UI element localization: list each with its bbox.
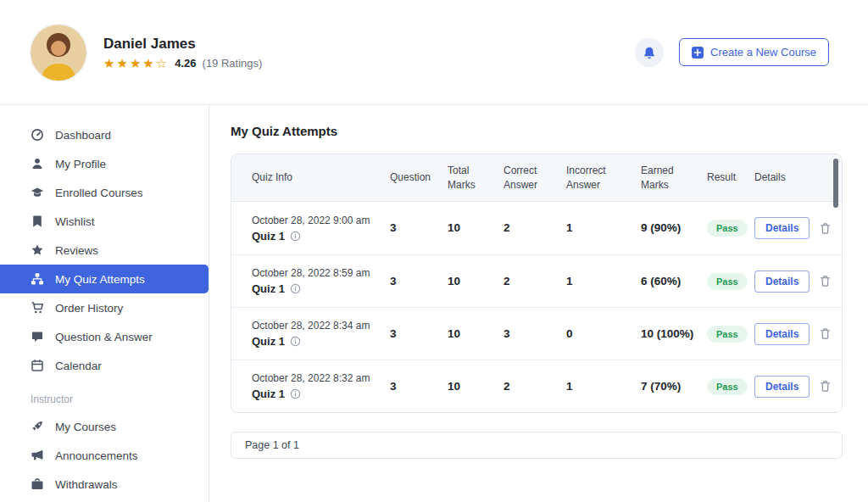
quiz-date: October 28, 2022 8:34 am [252, 320, 380, 332]
rating-row: ★★★★☆ 4.26 (19 Ratings) [103, 57, 262, 70]
trash-icon[interactable] [819, 380, 832, 393]
quiz-date: October 28, 2022 8:32 am [252, 372, 380, 384]
incorrect-answer: 1 [566, 379, 641, 394]
details-button[interactable]: Details [754, 217, 810, 239]
order-history-icon [31, 301, 44, 315]
sidebar-item-label: Enrolled Courses [55, 187, 143, 199]
quiz-info-cell: October 28, 2022 8:34 am Quiz 1 [252, 320, 390, 348]
quiz-date: October 28, 2022 8:59 am [252, 267, 380, 279]
quiz-info-cell: October 28, 2022 8:59 am Quiz 1 [252, 267, 390, 295]
sidebar-item-label: Dashboard [55, 129, 111, 142]
incorrect-answer: 1 [566, 274, 641, 289]
result-cell: Pass [707, 220, 754, 237]
avatar[interactable] [31, 25, 86, 81]
my-courses-icon [31, 420, 44, 433]
correct-answer: 2 [504, 379, 566, 394]
dashboard-icon [31, 128, 44, 142]
column-header: Quiz Info [252, 170, 390, 184]
sidebar-item-question-answer[interactable]: Question & Answer [0, 322, 209, 351]
rating-count: (19 Ratings) [203, 57, 263, 70]
reviews-icon [31, 243, 44, 257]
profile-icon [31, 157, 44, 170]
total-marks: 10 [448, 274, 504, 289]
quiz-info-cell: October 28, 2022 9:00 am Quiz 1 [252, 215, 390, 243]
column-header: Result [707, 170, 754, 184]
earned-marks: 10 (100%) [641, 326, 707, 342]
result-cell: Pass [707, 326, 754, 343]
table-row: October 28, 2022 8:32 am Quiz 1 3 10 2 1… [231, 360, 842, 412]
correct-answer: 3 [504, 326, 566, 342]
bell-icon [643, 46, 656, 59]
create-course-button[interactable]: Create a New Course [679, 38, 829, 66]
plus-square-icon [692, 47, 704, 59]
sidebar-item-my-courses[interactable]: My Courses [0, 412, 209, 441]
column-header: Details [754, 170, 842, 184]
incorrect-answer: 1 [566, 220, 641, 236]
sidebar-item-label: Announcements [55, 449, 138, 462]
column-header: Earned Marks [641, 164, 707, 191]
result-badge: Pass [707, 326, 748, 343]
notifications-button[interactable] [635, 38, 664, 67]
quiz-name: Quiz 1 [252, 230, 285, 243]
quiz-info-cell: October 28, 2022 8:32 am Quiz 1 [252, 372, 390, 400]
sidebar-item-label: Calendar [55, 360, 102, 372]
question-count: 3 [390, 326, 448, 342]
info-icon[interactable] [290, 231, 301, 242]
avatar-photo [31, 25, 86, 81]
sidebar-item-dashboard[interactable]: Dashboard [0, 120, 209, 149]
quiz-name: Quiz 1 [252, 282, 285, 295]
page-title: My Quiz Attempts [231, 124, 843, 138]
table-row: October 28, 2022 8:34 am Quiz 1 3 10 3 0… [231, 307, 842, 360]
trash-icon[interactable] [819, 275, 832, 287]
sidebar-item-label: Reviews [55, 244, 98, 257]
sidebar-item-label: My Profile [55, 158, 106, 170]
main-content: My Quiz Attempts Quiz Info Question Tota… [209, 105, 868, 501]
sidebar-item-label: Question & Answer [55, 331, 153, 343]
header-actions: Create a New Course [635, 38, 829, 67]
sidebar-item-reviews[interactable]: Reviews [0, 236, 209, 265]
quiz-date: October 28, 2022 9:00 am [252, 215, 380, 226]
withdrawals-icon [31, 477, 44, 491]
incorrect-answer: 0 [566, 326, 641, 342]
calendar-icon [31, 359, 44, 372]
create-course-label: Create a New Course [710, 46, 816, 59]
sidebar-item-enrolled-courses[interactable]: Enrolled Courses [0, 178, 209, 207]
details-button[interactable]: Details [754, 323, 810, 345]
actions-cell: Details [754, 217, 842, 239]
details-button[interactable]: Details [754, 376, 810, 398]
earned-marks: 7 (70%) [641, 379, 707, 394]
sidebar-item-label: Wishlist [55, 215, 95, 228]
trash-icon[interactable] [819, 327, 832, 340]
actions-cell: Details [754, 271, 842, 293]
question-count: 3 [390, 379, 448, 394]
info-icon[interactable] [290, 336, 301, 347]
enrolled-courses-icon [31, 186, 44, 199]
table-scrollbar[interactable] [833, 159, 838, 208]
sidebar-item-announcements[interactable]: Announcements [0, 441, 209, 470]
correct-answer: 2 [504, 274, 566, 289]
column-header: Question [390, 170, 448, 184]
sidebar-item-label: My Courses [55, 421, 116, 433]
sidebar-item-wishlist[interactable]: Wishlist [0, 207, 209, 236]
quiz-attempts-icon [31, 272, 44, 286]
sidebar-item-withdrawals[interactable]: Withdrawals [0, 470, 209, 499]
info-icon[interactable] [290, 283, 301, 294]
actions-cell: Details [754, 376, 842, 398]
result-badge: Pass [707, 273, 748, 290]
sidebar-item-label: My Quiz Attempts [55, 273, 145, 286]
sidebar-item-order-history[interactable]: Order History [0, 293, 209, 322]
earned-marks: 9 (90%) [641, 220, 707, 236]
result-cell: Pass [707, 273, 754, 290]
pagination-text: Page 1 of 1 [245, 439, 299, 451]
details-button[interactable]: Details [754, 271, 810, 293]
result-cell: Pass [707, 378, 754, 395]
sidebar-item-calendar[interactable]: Calendar [0, 351, 209, 380]
trash-icon[interactable] [819, 222, 832, 235]
correct-answer: 2 [504, 220, 566, 236]
sidebar-item-my-quiz-attempts[interactable]: My Quiz Attempts [0, 265, 209, 293]
info-icon[interactable] [290, 388, 301, 399]
sidebar-item-my-profile[interactable]: My Profile [0, 149, 209, 178]
total-marks: 10 [448, 220, 504, 236]
table-header-row: Quiz Info Question Total Marks Correct A… [231, 154, 842, 202]
announcements-icon [31, 449, 44, 462]
